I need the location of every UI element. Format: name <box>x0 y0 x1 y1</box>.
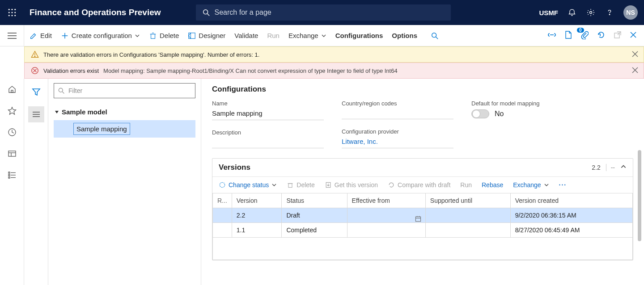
tree-filter[interactable] <box>54 83 195 98</box>
description-label: Description <box>212 129 324 136</box>
svg-point-6 <box>8 15 10 16</box>
cell-status: Completed <box>282 223 347 238</box>
cell-effective[interactable] <box>347 208 425 223</box>
exchange-button[interactable]: Exchange <box>288 32 326 39</box>
tree-parent-node[interactable]: Sample model <box>54 106 195 117</box>
svg-point-0 <box>8 9 10 10</box>
name-label: Name <box>212 100 324 107</box>
nav-recent-icon[interactable] <box>8 128 17 138</box>
error-label: Validation errors exist <box>43 67 99 74</box>
provider-value[interactable]: Litware, Inc. <box>342 138 453 148</box>
scrollbar[interactable] <box>636 150 643 281</box>
col-r[interactable]: R... <box>213 193 232 208</box>
designer-label: Designer <box>199 32 225 39</box>
versions-dash: -- <box>606 164 615 171</box>
versions-delete-button: Delete <box>287 181 314 189</box>
tree-child-node[interactable]: Sample mapping <box>73 123 130 135</box>
filter-pane-toggle[interactable] <box>28 84 44 100</box>
col-version[interactable]: Version <box>232 193 282 208</box>
waffle-icon[interactable] <box>0 8 24 17</box>
nav-star-icon[interactable] <box>8 106 17 117</box>
cell-created: 9/2/2020 06:36:15 AM <box>510 208 632 223</box>
table-row[interactable]: 2.2 Draft 9/2/2020 06:36:15 AM <box>213 208 633 223</box>
create-configuration-button[interactable]: Create configuration <box>61 32 140 40</box>
list-pane-toggle[interactable] <box>28 106 44 122</box>
default-mapping-toggle[interactable] <box>471 109 489 118</box>
cmd-search-button[interactable] <box>431 32 439 40</box>
tree-filter-input[interactable] <box>68 87 191 94</box>
rebase-label: Rebase <box>482 181 503 189</box>
pencil-icon <box>30 32 38 40</box>
edit-button[interactable]: Edit <box>30 32 52 40</box>
search-input[interactable] <box>215 8 445 17</box>
nav-modules-icon[interactable] <box>8 171 17 181</box>
versions-run-label: Run <box>460 181 472 189</box>
svg-rect-45 <box>8 172 10 173</box>
search-icon <box>58 87 65 94</box>
popout-icon[interactable] <box>614 31 622 40</box>
cell-created: 8/27/2020 06:45:49 AM <box>510 223 632 238</box>
svg-marker-51 <box>33 89 40 95</box>
designer-button[interactable]: Designer <box>188 32 225 40</box>
svg-point-8 <box>14 15 16 16</box>
name-value[interactable]: Sample mapping <box>212 109 324 120</box>
default-mapping-value: No <box>495 110 504 118</box>
svg-point-5 <box>14 12 16 13</box>
col-created[interactable]: Version created <box>510 193 632 208</box>
col-status[interactable]: Status <box>282 193 347 208</box>
configurations-tab[interactable]: Configurations <box>335 32 383 39</box>
search-box[interactable] <box>196 4 451 21</box>
gear-icon[interactable] <box>586 8 596 17</box>
avatar[interactable]: NS <box>623 5 638 20</box>
create-label: Create configuration <box>72 32 132 39</box>
svg-point-7 <box>11 15 13 16</box>
nav-workspace-icon[interactable] <box>8 149 17 160</box>
col-supported[interactable]: Supported until <box>425 193 510 208</box>
options-tab[interactable]: Options <box>392 32 417 39</box>
error-close-icon[interactable] <box>632 67 638 75</box>
linked-icon[interactable] <box>547 32 556 39</box>
delete-button[interactable]: Delete <box>149 32 179 40</box>
versions-collapse[interactable] <box>620 163 627 172</box>
rebase-button[interactable]: Rebase <box>482 181 503 189</box>
versions-more-button[interactable]: ··· <box>559 181 567 189</box>
cell-version: 2.2 <box>232 208 282 223</box>
versions-exchange-button[interactable]: Exchange <box>513 181 549 189</box>
svg-line-24 <box>436 37 438 39</box>
exchange-label: Exchange <box>288 32 318 39</box>
badge-count: 0 <box>577 28 584 33</box>
nav-toggle[interactable] <box>0 25 24 46</box>
close-icon[interactable] <box>630 31 637 40</box>
refresh-icon[interactable] <box>597 30 606 41</box>
svg-line-56 <box>62 92 64 93</box>
change-status-button[interactable]: Change status <box>219 181 277 189</box>
calendar-icon[interactable] <box>415 215 422 224</box>
chevron-down-icon <box>544 182 549 188</box>
configurations-label: Configurations <box>335 32 383 39</box>
document-icon[interactable] <box>564 30 572 41</box>
help-icon[interactable] <box>605 8 614 17</box>
svg-point-31 <box>34 56 35 56</box>
nav-home-icon[interactable] <box>8 85 17 96</box>
attachment-icon[interactable]: 0 <box>580 30 589 41</box>
country-label: Country/region codes <box>342 100 453 107</box>
table-row-empty <box>213 238 633 260</box>
svg-marker-57 <box>55 111 59 113</box>
versions-table: R... Version Status Effective from Suppo… <box>212 193 633 260</box>
bell-icon[interactable] <box>567 8 577 17</box>
svg-rect-46 <box>8 175 10 176</box>
compare-draft-button: Compare with draft <box>388 181 450 189</box>
warning-close-icon[interactable] <box>632 51 638 59</box>
svg-rect-59 <box>288 184 292 188</box>
col-effective[interactable]: Effective from <box>347 193 425 208</box>
svg-line-10 <box>207 14 209 16</box>
table-row[interactable]: 1.1 Completed 8/27/2020 06:45:49 AM <box>213 223 633 238</box>
run-label: Run <box>267 32 280 39</box>
company-code[interactable]: USMF <box>539 9 559 17</box>
validate-button[interactable]: Validate <box>234 32 258 39</box>
svg-point-9 <box>203 10 208 14</box>
warning-icon <box>31 50 39 59</box>
country-value[interactable] <box>342 109 453 119</box>
cell-effective <box>347 223 425 238</box>
description-value[interactable] <box>212 138 324 148</box>
